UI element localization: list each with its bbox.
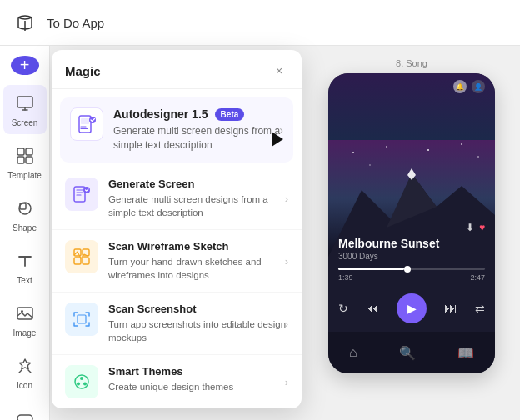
phone-time-elapsed: 1:39 [338,273,353,282]
generate-screen-item[interactable]: Generate Screen Generate multi screen de… [52,168,302,229]
phone-frame: 🔔 👤 ⬇ ♥ Melbourne Sunset 3000 Days 1:39 … [328,73,495,373]
svg-point-15 [89,117,96,123]
sidebar-item-icon[interactable]: Icon [3,348,47,397]
magic-panel-header: Magic × [52,50,302,89]
svg-point-33 [369,164,371,166]
scan-screenshot-desc: Turn app screenshots into editable desig… [108,318,288,344]
magic-panel: Magic × Autodesigner 1.5 Beta Generate m… [52,50,302,408]
smart-themes-item[interactable]: Smart Themes Create unique design themes… [52,354,302,408]
phone-time-row: 1:39 2:47 [338,273,485,282]
sidebar-item-button[interactable]: Button [3,400,47,420]
sidebar: + Screen Template [0,46,50,420]
svg-rect-20 [74,258,81,264]
topbar-title: To Do App [47,16,104,30]
svg-point-24 [80,377,83,380]
phone-song-title: Melbourne Sunset [338,237,485,250]
sidebar-shape-label: Shape [12,223,37,232]
phone-search-nav-icon[interactable]: 🔍 [399,345,416,361]
topbar: To Do App [0,0,520,46]
shape-icon [13,197,37,220]
phone-bell-icon: 🔔 [453,80,467,93]
generate-screen-content: Generate Screen Generate multi screen de… [108,178,288,219]
phone-shuffle-icon[interactable]: ⇄ [475,302,485,315]
phone-user-icon: 👤 [472,80,485,93]
generate-screen-chevron: › [285,192,288,204]
phone-heart-icon: ♥ [479,222,485,233]
scan-screenshot-chevron: › [285,318,288,330]
beta-badge: Beta [215,108,245,121]
phone-repeat-icon[interactable]: ↻ [338,302,348,315]
svg-point-29 [386,146,388,148]
svg-point-5 [19,202,31,214]
svg-rect-22 [78,315,86,323]
phone-preview: 8. Song [320,58,503,373]
close-button[interactable]: × [270,62,288,80]
phone-next-icon[interactable]: ⏭ [444,301,458,316]
sidebar-icon-label: Icon [17,381,32,390]
scan-wireframe-desc: Turn your hand-drawn sketches and wirefr… [108,255,288,282]
sidebar-item-template[interactable]: Template [3,138,47,187]
scan-wireframe-item[interactable]: Scan Wireframe Sketch Turn your hand-dra… [52,229,302,292]
generate-screen-name: Generate Screen [108,178,288,190]
phone-play-button[interactable]: ▶ [397,293,427,323]
sidebar-item-text[interactable]: Text [3,242,47,292]
icon-icon [13,354,37,378]
sidebar-screen-label: Screen [12,118,38,128]
screen-icon [13,92,37,115]
svg-point-31 [461,143,462,145]
phone-progress-fill [338,268,404,270]
sidebar-item-shape[interactable]: Shape [3,190,47,239]
phone-progress-dot [404,266,411,272]
sidebar-template-label: Template [8,171,42,180]
autodesigner-content: Autodesigner 1.5 Beta Generate multi scr… [113,108,283,152]
topbar-logo [13,11,37,34]
phone-top-bar: 🔔 👤 [453,80,485,93]
scan-screenshot-content: Scan Screenshot Turn app screenshots int… [108,302,288,344]
svg-point-30 [428,149,429,151]
cursor-pointer [272,132,283,147]
autodesigner-desc: Generate multi screen designs from a sim… [113,124,283,152]
scan-wireframe-chevron: › [285,254,288,267]
svg-rect-21 [82,258,89,264]
sidebar-text-label: Text [17,276,32,285]
svg-point-32 [478,156,479,158]
button-icon [13,407,37,420]
svg-point-25 [83,382,87,386]
smart-themes-chevron: › [285,376,288,388]
smart-themes-icon [65,365,98,398]
svg-rect-14 [81,118,89,124]
autodesigner-item[interactable]: Autodesigner 1.5 Beta Generate multi scr… [60,98,293,162]
scan-wireframe-name: Scan Wireframe Sketch [108,240,288,252]
add-button[interactable]: + [11,56,39,75]
phone-song-subtitle: 3000 Days [338,252,485,261]
autodesigner-name: Autodesigner 1.5 [113,108,208,121]
scan-screenshot-icon [65,302,98,336]
phone-progress-bar [338,268,485,270]
image-icon [13,302,37,325]
sidebar-item-screen[interactable]: Screen [3,85,47,134]
phone-music-info: ⬇ ♥ Melbourne Sunset 3000 Days 1:39 2:47 [338,222,485,282]
phone-bottom-nav: ⌂ 🔍 📖 [328,332,495,373]
generate-screen-icon [65,178,98,211]
smart-themes-name: Smart Themes [108,365,288,378]
scan-wireframe-icon [65,240,98,273]
scan-screenshot-name: Scan Screenshot [108,302,288,315]
phone-controls: ↻ ⏮ ▶ ⏭ ⇄ [338,293,485,323]
sidebar-item-image[interactable]: Image [3,295,47,344]
generate-screen-desc: Generate multi screen designs from a sim… [108,192,288,219]
scan-screenshot-item[interactable]: Scan Screenshot Turn app screenshots int… [52,292,302,354]
sidebar-image-label: Image [13,328,37,338]
phone-library-nav-icon[interactable]: 📖 [458,345,474,361]
phone-home-nav-icon[interactable]: ⌂ [349,345,358,360]
svg-point-26 [77,382,80,386]
svg-rect-2 [26,148,32,155]
phone-label: 8. Song [320,58,503,68]
phone-download-icon: ⬇ [466,222,474,233]
magic-panel-title: Magic [65,64,101,78]
svg-point-28 [352,152,354,153]
template-icon [13,144,37,168]
phone-prev-icon[interactable]: ⏮ [366,301,379,316]
svg-point-17 [83,187,90,193]
svg-rect-3 [18,157,24,163]
smart-themes-content: Smart Themes Create unique design themes [108,365,288,393]
